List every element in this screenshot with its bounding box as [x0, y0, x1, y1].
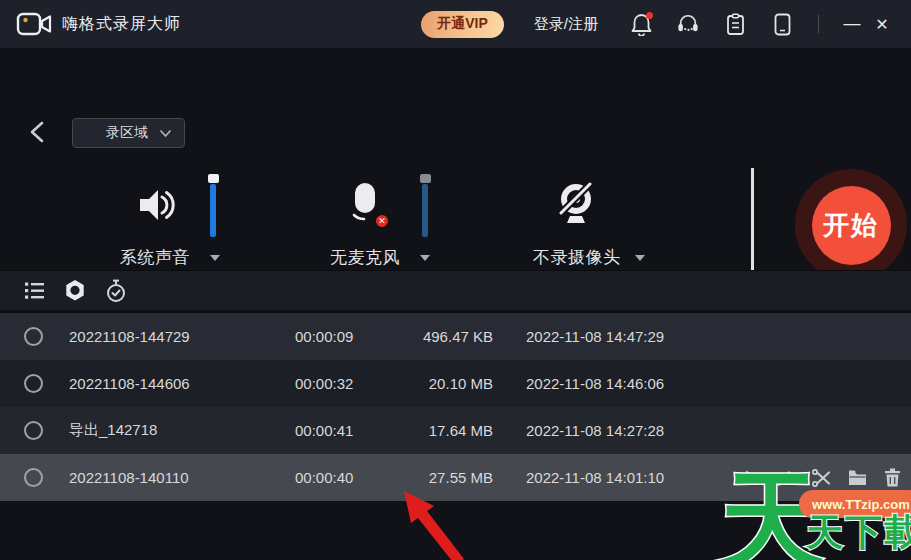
record-mode-value: 录区域: [95, 124, 159, 142]
system-volume-slider[interactable]: [207, 174, 219, 237]
date-time: 2022-11-08 14:47:29: [526, 328, 711, 345]
clipboard-icon[interactable]: [724, 12, 746, 36]
microphone-label: 无麦克风: [330, 246, 400, 269]
row-radio[interactable]: [24, 468, 43, 487]
row-radio[interactable]: [24, 421, 43, 440]
list-view-icon[interactable]: [24, 281, 45, 300]
date-time: 2022-11-08 14:46:06: [526, 375, 711, 392]
start-button-ring: 开始: [795, 169, 907, 281]
minimize-button[interactable]: —: [837, 14, 867, 34]
camera-dropdown[interactable]: 不录摄像头: [533, 246, 645, 269]
duration: 00:00:09: [295, 328, 385, 345]
edit-icon[interactable]: [777, 469, 795, 487]
file-size: 496.47 KB: [385, 328, 493, 345]
play-icon[interactable]: [744, 469, 760, 487]
speaker-icon: [134, 184, 176, 230]
caret-down-icon: [420, 255, 430, 261]
row-actions: [711, 468, 911, 487]
slider-track: [210, 184, 216, 237]
file-name: 导出_142718: [69, 421, 295, 440]
file-name: 20221108-140110: [69, 469, 295, 486]
date-time: 2022-11-08 14:01:10: [526, 469, 711, 486]
list-toolbar: [0, 270, 911, 313]
duration: 00:00:41: [295, 422, 385, 439]
mic-volume-slider[interactable]: [419, 174, 431, 237]
back-button[interactable]: [28, 120, 46, 148]
open-vip-button[interactable]: 开通VIP: [421, 11, 504, 38]
slider-handle[interactable]: [208, 174, 219, 183]
file-size: 27.55 MB: [385, 469, 493, 486]
caret-down-icon: [635, 255, 645, 261]
file-size: 20.10 MB: [385, 375, 493, 392]
chevron-down-icon: [159, 129, 172, 138]
customer-service-headset-icon[interactable]: [677, 12, 699, 36]
notification-bell-icon[interactable]: [630, 12, 652, 36]
mic-off-icon: ✕: [348, 181, 382, 231]
titlebar-divider: [818, 15, 819, 33]
timer-check-icon[interactable]: [105, 279, 127, 303]
recordings-table: 20221108-144729 00:00:09 496.47 KB 2022-…: [0, 313, 911, 501]
microphone-dropdown[interactable]: 无麦克风: [330, 246, 430, 269]
file-name: 20221108-144729: [69, 328, 295, 345]
close-button[interactable]: ✕: [867, 15, 897, 34]
date-time: 2022-11-08 14:27:28: [526, 422, 711, 439]
notification-dot: [646, 12, 653, 19]
table-row-selected[interactable]: 20221108-140110 00:00:40 27.55 MB 2022-1…: [0, 454, 911, 501]
duration: 00:00:40: [295, 469, 385, 486]
titlebar: 嗨格式录屏大师 开通VIP 登录/注册: [0, 0, 911, 48]
control-panel: 录区域 系统声音 ✕ 无麦克风: [0, 48, 911, 270]
login-register-link[interactable]: 登录/注册: [534, 15, 598, 34]
start-recording-button[interactable]: 开始: [812, 186, 891, 265]
watermark-brand-text: 天下載: [806, 508, 911, 558]
row-radio[interactable]: [24, 374, 43, 393]
mobile-phone-icon[interactable]: [771, 12, 793, 36]
nut-settings-icon[interactable]: [64, 279, 86, 302]
system-sound-label: 系统声音: [120, 246, 190, 269]
system-sound-dropdown[interactable]: 系统声音: [120, 246, 220, 269]
slider-handle[interactable]: [420, 174, 431, 183]
row-radio[interactable]: [24, 327, 43, 346]
caret-down-icon: [210, 255, 220, 261]
file-name: 20221108-144606: [69, 375, 295, 392]
camera-off-icon: [556, 182, 598, 232]
trash-icon[interactable]: [884, 468, 901, 487]
file-size: 17.64 MB: [385, 422, 493, 439]
scissors-icon[interactable]: [812, 469, 831, 487]
slider-track: [422, 184, 428, 237]
table-row[interactable]: 20221108-144606 00:00:32 20.10 MB 2022-1…: [0, 360, 911, 407]
app-logo-camera-icon: [16, 11, 52, 38]
app-title: 嗨格式录屏大师: [62, 14, 181, 35]
table-row[interactable]: 20221108-144729 00:00:09 496.47 KB 2022-…: [0, 313, 911, 360]
record-mode-select[interactable]: 录区域: [72, 118, 185, 148]
mic-disabled-badge: ✕: [374, 213, 390, 229]
table-row[interactable]: 导出_142718 00:00:41 17.64 MB 2022-11-08 1…: [0, 407, 911, 454]
duration: 00:00:32: [295, 375, 385, 392]
panel-divider: [751, 168, 754, 281]
camera-label: 不录摄像头: [533, 246, 621, 269]
folder-icon[interactable]: [848, 469, 867, 486]
